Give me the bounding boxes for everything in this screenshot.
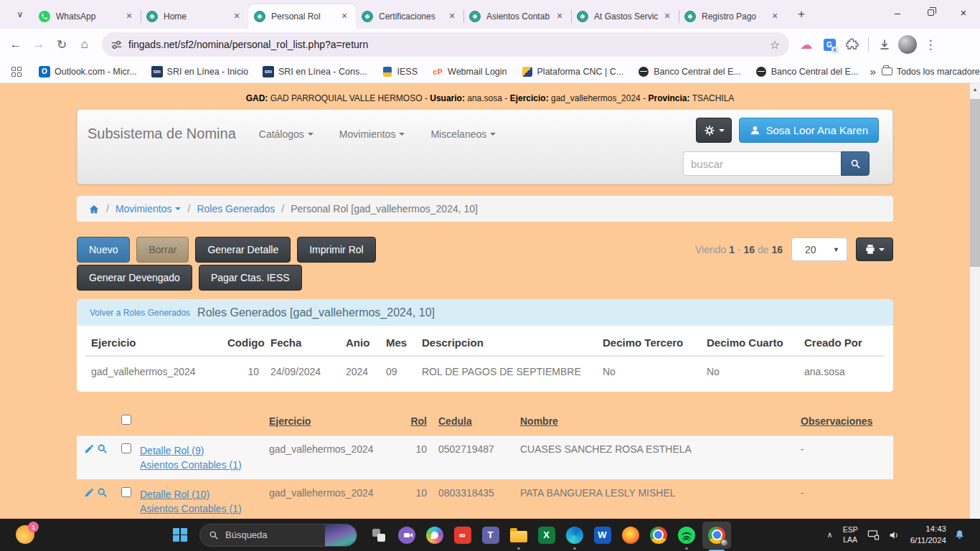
volume-icon[interactable]	[887, 529, 900, 541]
volver-link[interactable]: Volver a Roles Generados	[90, 308, 190, 318]
vertical-scrollbar[interactable]: ▲	[970, 83, 980, 519]
word-button[interactable]: W	[592, 524, 613, 545]
excel-button[interactable]: X	[536, 524, 557, 545]
forward-icon[interactable]: →	[27, 33, 50, 56]
tab-registro-pago[interactable]: Registro Pago ×	[679, 4, 786, 29]
restore-button[interactable]	[914, 0, 947, 24]
nuevo-button[interactable]: Nuevo	[77, 237, 130, 263]
scrollbar-thumb[interactable]	[970, 99, 980, 267]
view-magnifier-icon[interactable]	[97, 443, 108, 454]
bookmark-webmail[interactable]: cPWebmail Login	[432, 66, 507, 77]
sort-cedula[interactable]: Cedula	[438, 415, 472, 427]
breadcrumb-roles-generados[interactable]: Roles Generados	[197, 203, 275, 215]
extensions-puzzle-icon[interactable]	[841, 33, 864, 56]
tab-at-gastos[interactable]: At Gastos Servic ×	[571, 4, 679, 29]
bookmark-iess[interactable]: IESS	[382, 66, 418, 77]
tab-personal-rol-active[interactable]: Personal Rol ×	[248, 4, 356, 29]
widgets-weather-icon[interactable]: 1	[16, 525, 34, 544]
weather-extension-icon[interactable]: ☁	[795, 33, 818, 56]
bookmark-outlook[interactable]: OOutlook.com - Micr...	[39, 66, 137, 77]
bookmarks-overflow-chevron-icon[interactable]: »	[870, 65, 875, 77]
file-explorer-button[interactable]	[508, 524, 529, 545]
teams-button[interactable]: T	[480, 524, 501, 545]
close-window-button[interactable]: ×	[947, 0, 980, 24]
search-submit-button[interactable]	[841, 151, 870, 176]
tab-whatsapp[interactable]: WhatsApp ×	[33, 4, 141, 29]
task-view-button[interactable]	[368, 524, 389, 545]
print-menu-button[interactable]	[856, 237, 893, 261]
tab-close-icon[interactable]: ×	[661, 11, 673, 22]
downloads-icon[interactable]	[873, 33, 896, 56]
menu-movimientos[interactable]: Movimientos	[339, 128, 405, 140]
bookmark-cnc[interactable]: Plataforma CNC | C...	[522, 66, 624, 77]
home-icon[interactable]: ⌂	[73, 33, 96, 56]
tab-home[interactable]: Home ×	[141, 4, 248, 29]
row-checkbox[interactable]	[121, 487, 131, 497]
borrar-button[interactable]: Borrar	[136, 237, 189, 263]
back-icon[interactable]: ←	[4, 33, 27, 56]
user-button[interactable]: Sosa Loor Ana Karen	[739, 118, 879, 143]
url-text[interactable]: fingads.net/sf2/nomina/personal_rol_list…	[128, 39, 765, 50]
tray-chevron-icon[interactable]: ∧	[827, 530, 833, 540]
detalle-rol-link[interactable]: Detalle Rol (9)	[140, 443, 258, 458]
pagar-ctas-iess-button[interactable]: Pagar Ctas. IESS	[199, 265, 302, 291]
home-icon[interactable]	[88, 204, 100, 215]
clock[interactable]: 14:43 6/11/2024	[910, 524, 946, 546]
address-bar[interactable]: fingads.net/sf2/nomina/personal_rol_list…	[102, 32, 789, 57]
sort-nombre[interactable]: Nombre	[520, 415, 558, 427]
all-bookmarks-button[interactable]: Todos los marcadores	[882, 67, 980, 77]
select-all-checkbox[interactable]	[121, 415, 131, 425]
site-info-icon[interactable]	[110, 39, 123, 51]
tab-search-chevron-icon[interactable]: ∨	[10, 4, 30, 24]
language-indicator[interactable]: ESP LAA	[843, 525, 858, 545]
spotify-button[interactable]	[676, 524, 697, 545]
menu-miscelaneos[interactable]: Miscelaneos	[430, 128, 496, 140]
browser-menu-kebab-icon[interactable]: ⋮	[919, 33, 942, 56]
settings-gear-button[interactable]	[696, 118, 732, 143]
notification-bell-icon[interactable]	[953, 529, 966, 541]
tab-asientos-contables[interactable]: Asientos Contab ×	[463, 4, 571, 29]
acrobat-button[interactable]: ∞	[452, 524, 473, 545]
cast-screen-icon[interactable]	[867, 529, 880, 541]
edit-pencil-icon[interactable]	[84, 443, 95, 454]
edit-pencil-icon[interactable]	[84, 487, 95, 498]
chrome-active-window-button[interactable]	[702, 522, 731, 549]
chrome-button[interactable]	[648, 524, 669, 545]
bookmark-banco-central-2[interactable]: Banco Central del E...	[755, 66, 859, 77]
sort-ejercicio[interactable]: Ejercicio	[269, 415, 311, 427]
bookmark-sri-consultas[interactable]: SRISRI en Línea - Cons...	[263, 66, 367, 77]
search-input[interactable]	[683, 151, 841, 176]
imprimir-rol-button[interactable]: Imprimir Rol	[297, 237, 375, 263]
menu-catalogos[interactable]: Catálogos	[259, 128, 314, 140]
scroll-up-icon[interactable]: ▲	[970, 83, 980, 95]
minimize-button[interactable]: –	[881, 0, 914, 24]
view-magnifier-icon[interactable]	[97, 487, 108, 498]
taskbar-search[interactable]: Búsqueda	[199, 524, 357, 547]
firefox-button[interactable]	[620, 524, 641, 545]
chat-button[interactable]	[396, 524, 417, 545]
copilot-button[interactable]	[424, 524, 445, 545]
apps-grid-icon[interactable]	[11, 67, 22, 77]
new-tab-button[interactable]: +	[792, 5, 811, 24]
detalle-rol-link[interactable]: Detalle Rol (10)	[140, 487, 258, 501]
row-checkbox[interactable]	[121, 443, 131, 453]
bookmark-sri-inicio[interactable]: SRISRI en Línea - Inicio	[151, 66, 248, 77]
tab-close-icon[interactable]: ×	[769, 11, 781, 22]
breadcrumb-movimientos[interactable]: Movimientos	[116, 203, 182, 215]
start-button[interactable]	[169, 524, 191, 546]
tab-close-icon[interactable]: ×	[554, 11, 565, 22]
edge-button[interactable]	[564, 524, 585, 545]
bookmark-banco-central-1[interactable]: Banco Central del E...	[638, 66, 741, 77]
tab-close-icon[interactable]: ×	[123, 11, 135, 22]
bookmark-star-icon[interactable]: ☆	[765, 34, 785, 55]
page-size-select[interactable]: 20 ▼	[791, 237, 847, 261]
asientos-contables-link[interactable]: Asientos Contables (1)	[140, 458, 258, 472]
tab-certificaciones[interactable]: Certificaciones ×	[356, 4, 463, 29]
tab-close-icon[interactable]: ×	[231, 11, 242, 22]
sort-rol[interactable]: Rol	[410, 415, 427, 427]
tab-close-icon[interactable]: ×	[446, 11, 458, 22]
generar-detalle-button[interactable]: Generar Detalle	[195, 237, 291, 263]
reload-icon[interactable]: ↻	[50, 33, 73, 56]
tab-close-icon[interactable]: ×	[339, 11, 350, 22]
sort-observaciones[interactable]: Observaciones	[801, 415, 872, 427]
